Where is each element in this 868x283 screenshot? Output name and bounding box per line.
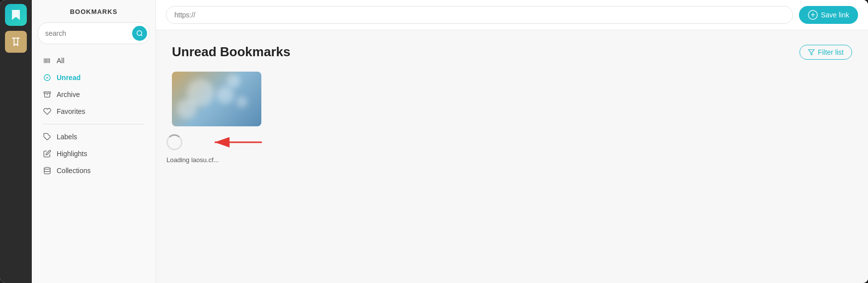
sidebar-item-labels[interactable]: Labels <box>38 128 150 145</box>
bokeh-5 <box>177 99 197 119</box>
archive-icon <box>43 90 52 99</box>
save-link-label: Save link <box>821 11 849 19</box>
bookmark-thumbnail <box>172 72 261 126</box>
sidebar-item-all[interactable]: All <box>38 52 150 69</box>
nav-sidebar: BOOKMARKS All <box>32 0 156 283</box>
url-bar: + Save link <box>156 0 868 30</box>
search-input[interactable] <box>45 29 132 37</box>
loading-container: Loading laosu.cf... <box>166 134 267 164</box>
app-container: BOOKMARKS All <box>0 0 868 283</box>
circle-check-icon <box>43 73 52 82</box>
sidebar-item-favorites-label: Favorites <box>57 107 85 115</box>
sidebar-item-highlights[interactable]: Highlights <box>38 145 150 162</box>
svg-point-12 <box>44 167 50 169</box>
sidebar-item-collections[interactable]: Collections <box>38 162 150 179</box>
filter-button[interactable]: Filter list <box>799 45 852 60</box>
tag-icon <box>43 132 52 141</box>
nav-divider <box>43 124 145 124</box>
icon-sidebar <box>0 0 32 283</box>
bookmark-card: Loading laosu.cf... <box>172 72 261 164</box>
sidebar-item-favorites[interactable]: Favorites <box>38 103 150 120</box>
content-area: Unread Bookmarks Filter list <box>156 30 868 283</box>
main-content: + Save link Unread Bookmarks Filter list <box>156 0 868 283</box>
sidebar-item-collections-label: Collections <box>57 167 90 175</box>
plus-circle-icon: + <box>808 10 818 20</box>
sidebar-item-unread[interactable]: Unread <box>38 69 150 86</box>
svg-rect-9 <box>44 92 50 94</box>
svg-marker-13 <box>808 49 814 55</box>
bokeh-3 <box>227 74 240 88</box>
collection-icon <box>43 166 52 175</box>
sidebar-icon-bookmarks[interactable] <box>5 31 27 53</box>
content-header: Unread Bookmarks Filter list <box>172 44 852 60</box>
sidebar-item-highlights-label: Highlights <box>57 150 87 158</box>
bokeh-2 <box>217 87 234 104</box>
lines-icon <box>43 56 52 65</box>
sidebar-item-archive-label: Archive <box>57 91 80 98</box>
sidebar-item-all-label: All <box>57 57 65 65</box>
loading-text: Loading laosu.cf... <box>166 156 219 164</box>
red-arrow <box>212 135 267 150</box>
loading-spinner <box>166 134 182 150</box>
search-bar <box>38 22 150 44</box>
bokeh-4 <box>237 96 247 107</box>
svg-point-1 <box>137 31 142 35</box>
heart-icon <box>43 107 52 116</box>
spinner-row <box>166 134 267 150</box>
filter-label: Filter list <box>818 48 844 56</box>
page-title: Unread Bookmarks <box>172 44 290 60</box>
highlight-icon <box>43 149 52 158</box>
sidebar-item-unread-label: Unread <box>57 74 80 82</box>
app-logo <box>5 4 27 26</box>
save-link-button[interactable]: + Save link <box>799 6 858 24</box>
search-button[interactable] <box>132 26 147 41</box>
sidebar-item-labels-label: Labels <box>57 133 77 141</box>
url-input[interactable] <box>174 11 785 19</box>
sidebar-item-archive[interactable]: Archive <box>38 86 150 103</box>
sidebar-title: BOOKMARKS <box>38 8 150 15</box>
svg-line-2 <box>141 35 143 36</box>
url-input-wrapper <box>166 6 793 24</box>
